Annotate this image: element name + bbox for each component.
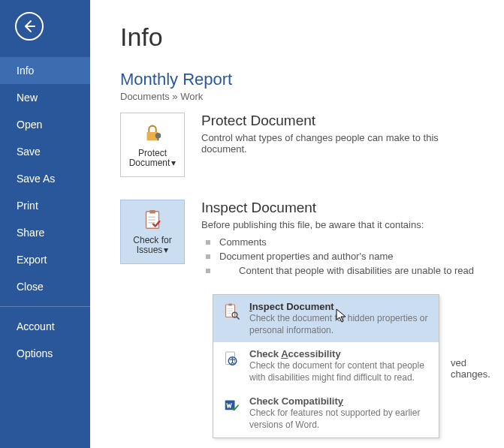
protect-document-section: Protect Document▾ Protect Document Contr…: [120, 113, 474, 177]
check-for-issues-button[interactable]: Check for Issues▾: [120, 200, 185, 264]
svg-rect-2: [158, 137, 159, 140]
protect-heading: Protect Document: [201, 113, 474, 129]
back-arrow-icon: [22, 19, 37, 34]
info-pane: Info Monthly Report Documents » Work Pro…: [90, 0, 504, 448]
svg-rect-6: [228, 304, 232, 306]
check-for-issues-menu: Inspect Document Check the document for …: [213, 294, 439, 438]
button-label: Check for Issues▾: [121, 236, 184, 255]
nav-account[interactable]: Account: [0, 313, 90, 340]
word-check-icon: [222, 397, 240, 415]
svg-point-10: [231, 358, 233, 359]
breadcrumb-subfolder[interactable]: Work: [180, 91, 203, 102]
chevron-down-icon: ▾: [171, 158, 176, 168]
breadcrumb[interactable]: Documents » Work: [120, 91, 474, 102]
breadcrumb-sep: »: [170, 91, 180, 102]
clipboard-check-icon: [141, 209, 164, 231]
nav-options[interactable]: Options: [0, 340, 90, 367]
lock-icon: [141, 122, 164, 144]
menu-item-desc: Check the document for content that peop…: [249, 360, 431, 383]
inspect-document-section: Check for Issues▾ Inspect Document Befor…: [120, 200, 474, 278]
back-button[interactable]: [15, 12, 44, 41]
accessibility-icon: [222, 350, 240, 368]
document-title[interactable]: Monthly Report: [120, 70, 474, 89]
nav-save[interactable]: Save: [0, 138, 90, 165]
list-item: Content that people with disabilities ar…: [201, 263, 474, 278]
menu-check-accessibility[interactable]: Check Accessibility Check the document f…: [213, 342, 439, 389]
menu-item-title: Check Compatibility: [249, 395, 431, 407]
inspect-heading: Inspect Document: [201, 200, 474, 216]
chevron-down-icon: ▾: [164, 245, 168, 255]
nav-close[interactable]: Close: [0, 273, 90, 300]
page-title: Info: [120, 23, 474, 52]
nav-print[interactable]: Print: [0, 192, 90, 219]
nav-save-as[interactable]: Save As: [0, 165, 90, 192]
menu-item-title: Check Accessibility: [249, 348, 431, 359]
divider: [0, 306, 90, 307]
obscured-text: ved changes.: [451, 357, 504, 380]
menu-item-title: Inspect Document: [249, 301, 431, 312]
clipboard-search-icon: [222, 302, 240, 320]
menu-check-compatibility[interactable]: Check Compatibility Check for features n…: [213, 389, 439, 437]
issues-list: Comments Document properties and author'…: [201, 235, 474, 278]
backstage-nav: Info New Open Save Save As Print Share E…: [0, 0, 90, 448]
protect-desc: Control what types of changes people can…: [201, 132, 474, 155]
list-item: Comments: [201, 235, 474, 249]
svg-rect-4: [149, 210, 155, 214]
inspect-desc: Before publishing this file, be aware th…: [201, 219, 474, 230]
nav-open[interactable]: Open: [0, 111, 90, 138]
nav-share[interactable]: Share: [0, 219, 90, 246]
nav-export[interactable]: Export: [0, 246, 90, 273]
nav-info[interactable]: Info: [0, 57, 90, 84]
breadcrumb-folder[interactable]: Documents: [120, 91, 170, 102]
menu-item-desc: Check the document for hidden properties…: [249, 313, 431, 336]
nav-new[interactable]: New: [0, 84, 90, 111]
menu-inspect-document[interactable]: Inspect Document Check the document for …: [213, 295, 439, 342]
list-item: Document properties and author's name: [201, 249, 474, 263]
protect-document-button[interactable]: Protect Document▾: [120, 113, 185, 177]
button-label: Protect Document▾: [121, 149, 184, 168]
menu-item-desc: Check for features not supported by earl…: [249, 407, 431, 431]
